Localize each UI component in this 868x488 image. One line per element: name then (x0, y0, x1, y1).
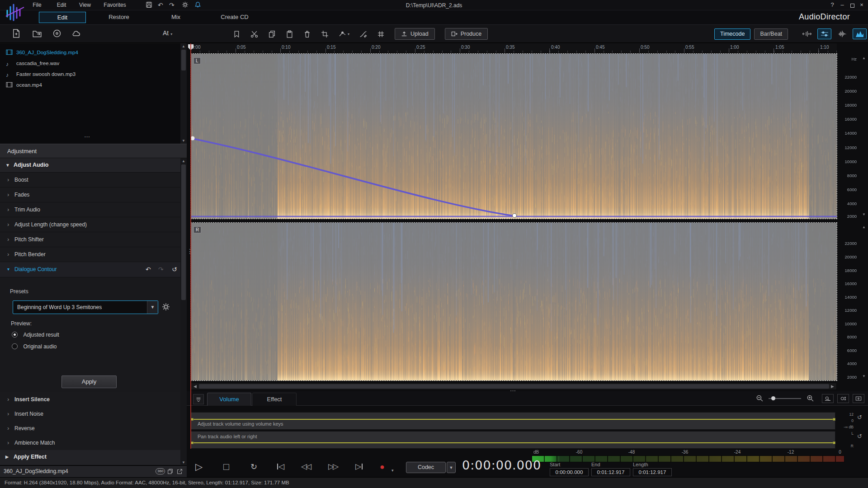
undo-icon[interactable]: ↶ (158, 1, 163, 9)
timecode-button[interactable]: Timecode (714, 28, 750, 40)
keyframe-tool-icon[interactable]: ▾ (339, 30, 349, 38)
play-button[interactable]: ▷ (195, 461, 203, 473)
copy-icon[interactable] (268, 30, 276, 38)
loop-button[interactable]: ↻ (250, 461, 257, 473)
library-item-cascadia[interactable]: ♪ cascadia_free.wav (0, 58, 180, 69)
zoom-in-icon[interactable] (807, 394, 814, 402)
tab-mix[interactable]: Mix (156, 12, 196, 23)
scroll-right-icon[interactable]: ▶ (829, 384, 836, 389)
stretch-waveform-icon[interactable] (800, 28, 814, 39)
bar-beat-button[interactable]: Bar/Beat (754, 28, 788, 40)
scroll-down-icon[interactable]: ▼ (180, 460, 187, 465)
contour-reset-icon[interactable]: ↺ (172, 262, 177, 277)
scroll-up-icon[interactable]: ▲ (180, 44, 187, 48)
tab-create-cd[interactable]: Create CD (206, 12, 264, 23)
menu-favorites[interactable]: Favorites (100, 2, 129, 8)
freq-scroll-down-icon[interactable]: ▼ (861, 212, 867, 216)
row-adjust-length[interactable]: ›Adjust Length (change speed) (0, 217, 180, 232)
rewind-button[interactable]: ◁◁ (301, 461, 310, 473)
dialogue-contour-curve[interactable] (191, 54, 837, 219)
cloud-icon[interactable] (71, 29, 80, 38)
paste-icon[interactable] (286, 30, 293, 38)
pan-keyframe[interactable] (833, 441, 835, 444)
scroll-up-icon[interactable]: ▲ (180, 159, 187, 163)
apply-button[interactable]: Apply (61, 375, 117, 388)
library-item-ocean[interactable]: ocean.mp4 (0, 80, 180, 90)
burn-disc-icon[interactable] (52, 29, 61, 38)
end-value[interactable]: 0:01:12.917 (591, 468, 630, 476)
close-button[interactable]: × (858, 1, 866, 8)
tab-edit[interactable]: Edit (39, 12, 86, 23)
redo-icon[interactable]: ↷ (169, 1, 175, 9)
spectral-view-icon[interactable] (853, 28, 867, 39)
text-size-tool[interactable]: At ▾ (163, 29, 172, 37)
timeline-ruler[interactable]: 0:00 0:05 0:10 0:15 0:20 0:25 0:30 0:35 … (191, 43, 837, 53)
export-library-icon[interactable] (33, 29, 42, 38)
zoom-full-icon[interactable] (853, 394, 864, 403)
fast-forward-button[interactable]: ▷▷ (328, 461, 337, 473)
contour-redo-icon[interactable]: ↷ (158, 262, 164, 277)
spectral-brush-icon[interactable] (359, 30, 367, 38)
menu-view[interactable]: View (76, 2, 94, 8)
produce-button[interactable]: Produce (445, 28, 488, 40)
radio-original-audio[interactable]: Original audio (12, 342, 57, 350)
row-insert-silence[interactable]: ›Insert Silence (0, 392, 180, 407)
length-value[interactable]: 0:01:12.917 (633, 468, 672, 476)
volume-track[interactable]: Adjust track volume using volume keys (191, 412, 835, 430)
track-options-dropdown-icon[interactable] (193, 394, 204, 404)
row-boost[interactable]: ›Boost (0, 173, 180, 188)
codec-button[interactable]: Codec (406, 462, 446, 473)
zoom-fit-height-icon[interactable] (837, 394, 849, 403)
pan-reset-icon[interactable]: ↺ (857, 433, 862, 440)
row-pitch-shifter[interactable]: ›Pitch Shifter (0, 232, 180, 247)
skip-to-end-button[interactable]: ▷ (355, 461, 363, 473)
section-adjust-audio[interactable]: ▼ Adjust Audio (0, 158, 180, 173)
row-dialogue-contour[interactable]: ▾ Dialogue Contour ↶ ↷ ↺ (0, 262, 180, 277)
library-item-swoosh[interactable]: ♪ Faster swoosh down.mp3 (0, 69, 180, 80)
record-options-caret-icon[interactable]: ▾ (392, 465, 394, 476)
tab-effect[interactable]: Effect (252, 393, 297, 406)
volume-reset-icon[interactable]: ↺ (857, 414, 862, 421)
maximize-button[interactable] (848, 2, 856, 9)
section-apply-effect[interactable]: ▶ Apply Effect (0, 450, 180, 465)
scroll-left-icon[interactable]: ◀ (192, 384, 198, 389)
row-fades[interactable]: ›Fades (0, 188, 180, 202)
minimize-button[interactable]: – (838, 1, 846, 8)
zoom-out-icon[interactable] (756, 394, 764, 402)
record-button[interactable]: ● (380, 461, 385, 473)
tab-restore[interactable]: Restore (97, 12, 141, 23)
zoom-slider-handle[interactable] (771, 396, 775, 400)
dropdown-caret-icon[interactable]: ▼ (147, 301, 158, 314)
stop-button[interactable]: □ (223, 461, 229, 473)
start-value[interactable]: 0:00:00.000 (550, 468, 589, 476)
upload-button[interactable]: Upload (395, 28, 435, 40)
spectrogram-canvas-right[interactable] (191, 223, 837, 380)
scrollbar-thumb[interactable] (181, 164, 186, 300)
copy-stack-icon[interactable] (167, 469, 173, 474)
panel-splitter-handle[interactable]: ⋯ (84, 133, 91, 140)
trim-crop-icon[interactable] (321, 30, 329, 38)
row-insert-noise[interactable]: ›Insert Noise (0, 407, 180, 422)
notification-bell-icon[interactable] (194, 1, 201, 8)
skip-to-start-button[interactable]: ◁ (277, 461, 284, 473)
zoom-fit-width-icon[interactable] (822, 394, 834, 403)
freq-scroll-down-icon[interactable]: ▼ (861, 374, 867, 378)
radio-adjusted-result[interactable]: Adjusted result (12, 330, 59, 338)
import-media-icon[interactable] (12, 29, 21, 38)
contour-keyframe[interactable] (513, 214, 517, 218)
right-channel-spectrogram[interactable]: R (191, 223, 837, 380)
grid-snap-icon[interactable] (377, 30, 385, 38)
scrollbar-thumb[interactable] (181, 50, 186, 70)
media-list-scrollbar[interactable]: ▲ ▼ (180, 43, 187, 144)
menu-file[interactable]: File (29, 2, 45, 8)
tab-volume[interactable]: Volume (207, 393, 251, 406)
save-icon[interactable] (146, 1, 152, 8)
freq-scroll-up-icon[interactable]: ▲ (861, 225, 867, 229)
volume-keyframe[interactable] (833, 418, 835, 421)
row-reverse[interactable]: ›Reverse (0, 421, 180, 436)
add-marker-icon[interactable] (233, 30, 241, 38)
library-item-dogsledding[interactable]: 360_AJ_DogSledding.mp4 (0, 47, 180, 58)
contour-undo-icon[interactable]: ↶ (146, 262, 151, 277)
freq-scroll-up-icon[interactable]: ▲ (861, 56, 867, 60)
preset-dropdown[interactable]: Beginning of Word Up 3 Semitones ▼ (13, 300, 158, 314)
